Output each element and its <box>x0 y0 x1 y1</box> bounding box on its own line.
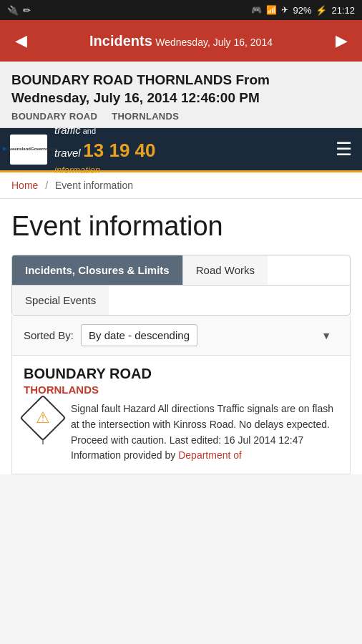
breadcrumb: Home / Event information <box>0 172 362 199</box>
tabs-row2: Special Events <box>12 285 350 315</box>
nav-subtitle: Wednesday, July 16, 2014 <box>155 36 273 48</box>
breadcrumb-separator: / <box>45 180 48 191</box>
tab-incidents[interactable]: Incidents, Closures & Limits <box>12 255 183 285</box>
nav-title: Incidents <box>89 33 152 49</box>
status-right-icons: 🎮 📶 ✈ 92% ⚡ 21:12 <box>251 5 355 16</box>
incident-title: BOUNDARY ROAD THORNLANDS From Wednesday,… <box>11 72 351 107</box>
incident-tag-road: BOUNDARY ROAD <box>11 111 97 122</box>
battery-percent: 92% <box>293 5 311 16</box>
gov-logo: ⚜ Queensland Government traffic and trav… <box>10 122 156 177</box>
incident-card: BOUNDARY ROAD THORNLANDS ⚠ Signal fault … <box>11 356 351 474</box>
sort-select[interactable]: By date - descendingBy date - ascendingB… <box>81 324 197 346</box>
nav-prev-button[interactable]: ◀ <box>7 27 34 54</box>
chevron-down-icon: ▼ <box>321 330 331 341</box>
tab-road-works[interactable]: Road Works <box>183 255 268 285</box>
nav-next-button[interactable]: ▶ <box>328 27 355 54</box>
tabs-row1: Incidents, Closures & Limits Road Works <box>12 255 350 285</box>
breadcrumb-current: Event information <box>55 180 133 191</box>
incident-card-title: BOUNDARY ROAD <box>24 366 338 382</box>
incident-description: Signal fault Hazard All directions Traff… <box>71 401 338 464</box>
hazard-icon: ⚠ <box>19 395 66 441</box>
sort-bar: Sorted By: By date - descendingBy date -… <box>11 316 351 356</box>
incident-card-body: ⚠ Signal fault Hazard All directions Tra… <box>24 401 338 464</box>
nav-bar: ◀ Incidents Wednesday, July 16, 2014 ▶ <box>0 20 362 62</box>
incident-tags: BOUNDARY ROAD THORNLANDS <box>11 111 351 122</box>
status-left-icons: 🔌 ✏ <box>7 5 31 16</box>
tab-special-events[interactable]: Special Events <box>12 286 109 315</box>
tabs-container: Incidents, Closures & Limits Road Works … <box>11 255 351 316</box>
bluetooth-muted-icon: 🎮 <box>251 5 262 15</box>
pencil-icon: ✏ <box>23 5 31 16</box>
incident-card-location: THORNLANDS <box>24 384 338 396</box>
incident-icon-wrap: ⚠ <box>24 401 62 444</box>
traffic-brand: traffic and travel 13 19 40 information <box>54 122 156 177</box>
incident-tag-suburb: THORNLANDS <box>112 111 179 122</box>
incident-header: BOUNDARY ROAD THORNLANDS From Wednesday,… <box>0 62 362 128</box>
clock: 21:12 <box>331 5 355 16</box>
wifi-icon: 📶 <box>266 5 277 15</box>
sort-select-wrapper: By date - descendingBy date - ascendingB… <box>81 324 338 346</box>
airplane-icon: ✈ <box>281 5 288 15</box>
main-content: Event information Incidents, Closures & … <box>0 199 362 474</box>
dept-link[interactable]: Department of <box>178 449 242 461</box>
usb-icon: 🔌 <box>7 5 19 16</box>
sort-label: Sorted By: <box>24 329 74 341</box>
nav-title-group: Incidents Wednesday, July 16, 2014 <box>34 33 328 49</box>
page-heading: Event information <box>11 212 351 242</box>
qld-logo: ⚜ Queensland Government <box>10 135 47 165</box>
breadcrumb-home-link[interactable]: Home <box>11 180 38 191</box>
gov-banner: ⚜ Queensland Government traffic and trav… <box>0 128 362 172</box>
battery-icon: ⚡ <box>315 5 327 16</box>
hamburger-menu-button[interactable]: ☰ <box>336 138 352 160</box>
status-bar: 🔌 ✏ 🎮 📶 ✈ 92% ⚡ 21:12 <box>0 0 362 20</box>
